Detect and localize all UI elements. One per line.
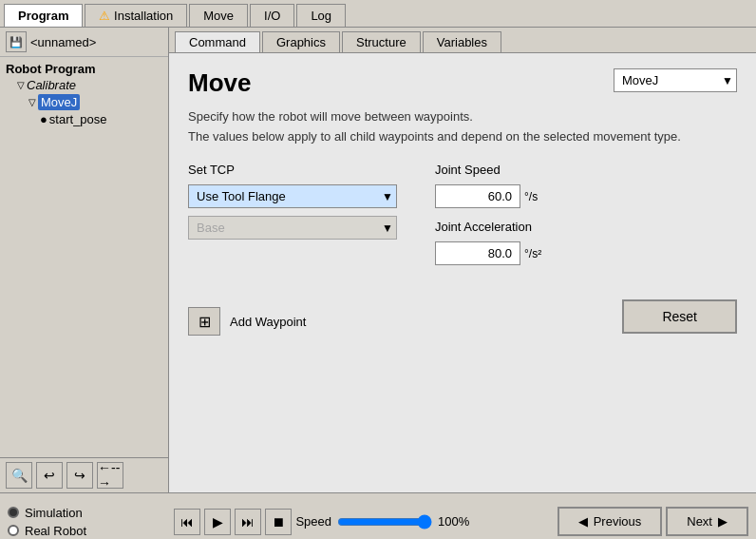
joint-speed-label: Joint Speed xyxy=(435,163,541,177)
set-tcp-label: Set TCP xyxy=(188,163,397,177)
skip-back-button[interactable]: ⏮ xyxy=(174,509,200,535)
play-button[interactable]: ▶ xyxy=(204,509,231,535)
stop-button[interactable]: ⏹ xyxy=(265,509,292,535)
joint-speed-group: Joint Speed °/s xyxy=(435,163,541,208)
simulation-label: Simulation xyxy=(25,506,83,520)
program-tree: Robot Program ▽ Calibrate ▽ MoveJ ● star… xyxy=(0,57,168,457)
reset-row: Reset xyxy=(622,299,737,334)
move-title: Move xyxy=(188,68,251,98)
tree-item-label-selected: MoveJ xyxy=(38,94,80,110)
real-robot-radio[interactable] xyxy=(8,525,19,536)
tab-move[interactable]: Move xyxy=(189,4,248,27)
tab-log[interactable]: Log xyxy=(296,4,346,27)
real-robot-row[interactable]: Real Robot xyxy=(8,524,86,538)
tcp-select-wrapper: Use Tool Flange Tool1 Tool2 ▼ xyxy=(188,184,397,208)
move-type-dropdown[interactable]: MoveJ MoveL MoveP xyxy=(614,68,737,92)
tree-expand-icon: ▽ xyxy=(17,80,25,90)
joint-speed-input[interactable] xyxy=(435,184,520,208)
tab-io[interactable]: I/O xyxy=(250,4,294,27)
simulation-radio[interactable] xyxy=(8,507,19,518)
play-icon: ▶ xyxy=(213,514,223,529)
tree-item-movej[interactable]: ▽ MoveJ xyxy=(6,93,162,111)
tree-item-label: Calibrate xyxy=(27,78,76,92)
previous-button[interactable]: ◀ Previous xyxy=(558,507,663,536)
bottom-bar: Simulation Real Robot ⏮ ▶ ⏭ ⏹ Speed 100%… xyxy=(0,492,756,539)
reset-button[interactable]: Reset xyxy=(622,299,737,334)
undo-button[interactable]: ↩ xyxy=(36,462,63,489)
main-layout: 💾 <unnamed> Robot Program ▽ Calibrate ▽ … xyxy=(0,27,756,492)
bottom-left: Simulation Real Robot xyxy=(8,506,86,538)
tab-graphics[interactable]: Graphics xyxy=(262,31,340,52)
simulation-row[interactable]: Simulation xyxy=(8,506,86,520)
joint-accel-label: Joint Acceleration xyxy=(435,220,541,234)
tree-root-label: Robot Program xyxy=(6,62,96,76)
add-waypoint-label: Add Waypoint xyxy=(230,315,306,329)
base-dropdown[interactable]: Base xyxy=(188,216,397,240)
base-select-wrapper: Base ▼ xyxy=(188,216,397,240)
project-name: <unnamed> xyxy=(30,35,96,49)
speed-slider[interactable] xyxy=(337,514,432,529)
zoom-fit-button[interactable]: 🔍 xyxy=(6,462,32,489)
tcp-dropdown[interactable]: Use Tool Flange Tool1 Tool2 xyxy=(188,184,397,208)
skip-forward-button[interactable]: ⏭ xyxy=(235,509,261,535)
warning-icon: ⚠ xyxy=(99,9,110,23)
redo-icon: ↪ xyxy=(74,468,85,483)
back-button[interactable]: ←--→ xyxy=(97,462,123,489)
right-arrow-icon: ▶ xyxy=(718,514,728,529)
nav-buttons: ◀ Previous Next ▶ xyxy=(558,507,748,536)
tcp-col: Set TCP Use Tool Flange Tool1 Tool2 ▼ xyxy=(188,163,397,240)
tree-root[interactable]: Robot Program xyxy=(6,61,162,77)
speed-row: Speed 100% xyxy=(295,514,469,529)
tree-item-startpose[interactable]: ● start_pose xyxy=(6,111,162,127)
form-row: Set TCP Use Tool Flange Tool1 Tool2 ▼ xyxy=(188,163,737,265)
tab-structure[interactable]: Structure xyxy=(342,31,421,52)
left-panel: 💾 <unnamed> Robot Program ▽ Calibrate ▽ … xyxy=(0,28,169,492)
joint-accel-unit: °/s² xyxy=(524,247,541,260)
right-panel: Command Graphics Structure Variables Mov… xyxy=(169,28,756,492)
stop-icon: ⏹ xyxy=(272,514,285,529)
content-description2: The values below apply to all child wayp… xyxy=(188,129,737,144)
plus-icon: ⊞ xyxy=(198,313,211,331)
left-header: 💾 <unnamed> xyxy=(0,28,168,57)
move-type-wrapper: MoveJ MoveL MoveP ▼ xyxy=(614,68,737,92)
tree-expand-icon: ▽ xyxy=(28,97,36,107)
content-description1: Specify how the robot will move between … xyxy=(188,109,737,124)
playback-controls: ⏮ ▶ ⏭ ⏹ Speed 100% xyxy=(174,509,469,535)
dot-icon: ● xyxy=(40,112,47,126)
content-area: Move MoveJ MoveL MoveP ▼ Specify how the… xyxy=(169,53,756,492)
back-icon: ←--→ xyxy=(98,460,123,491)
skip-back-icon: ⏮ xyxy=(180,514,194,529)
joint-accel-group: Joint Acceleration °/s² xyxy=(435,220,541,265)
tree-item-calibrate[interactable]: ▽ Calibrate xyxy=(6,77,162,93)
left-bottom-toolbar: 🔍 ↩ ↪ ←--→ xyxy=(0,457,168,492)
base-group: Base ▼ xyxy=(188,216,397,240)
tab-program[interactable]: Program xyxy=(4,4,83,27)
save-icon: 💾 xyxy=(9,36,23,48)
save-button[interactable]: 💾 xyxy=(6,31,27,52)
title-row: Move MoveJ MoveL MoveP ▼ xyxy=(188,68,737,104)
redo-button[interactable]: ↪ xyxy=(66,462,93,489)
joint-speed-input-group: °/s xyxy=(435,184,541,208)
tab-command[interactable]: Command xyxy=(175,31,260,52)
next-button[interactable]: Next ▶ xyxy=(666,507,748,536)
tab-variables[interactable]: Variables xyxy=(423,31,501,52)
tab-installation[interactable]: ⚠ Installation xyxy=(85,4,187,27)
speed-value: 100% xyxy=(438,514,469,529)
top-tabs-bar: Program ⚠ Installation Move I/O Log xyxy=(0,0,756,27)
inner-tabs-bar: Command Graphics Structure Variables xyxy=(169,28,756,53)
left-arrow-icon: ◀ xyxy=(578,514,588,529)
skip-forward-icon: ⏭ xyxy=(241,514,255,529)
joint-accel-input-group: °/s² xyxy=(435,241,541,265)
joint-speed-unit: °/s xyxy=(524,190,538,203)
add-waypoint-button[interactable]: ⊞ xyxy=(188,307,220,336)
real-robot-label: Real Robot xyxy=(25,524,86,538)
speed-col: Joint Speed °/s Joint Acceleration °/s² xyxy=(435,163,541,265)
set-tcp-group: Set TCP Use Tool Flange Tool1 Tool2 ▼ xyxy=(188,163,397,208)
speed-label: Speed xyxy=(295,514,331,529)
search-icon: 🔍 xyxy=(11,468,28,483)
joint-accel-input[interactable] xyxy=(435,241,520,265)
undo-icon: ↩ xyxy=(44,468,55,483)
tree-item-label: start_pose xyxy=(49,112,107,126)
page-title: Move xyxy=(188,68,251,104)
add-waypoint-row: ⊞ Add Waypoint xyxy=(188,307,306,336)
